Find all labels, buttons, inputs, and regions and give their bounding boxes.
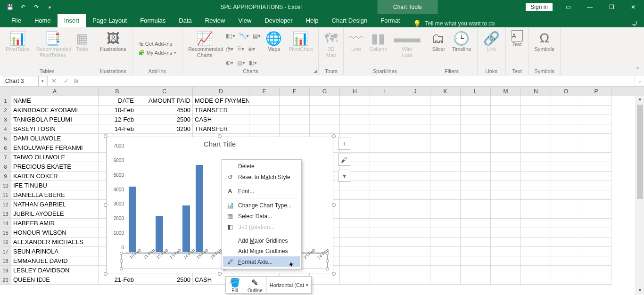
cell[interactable] <box>461 115 491 124</box>
cell[interactable] <box>370 143 400 153</box>
cell[interactable] <box>370 209 400 219</box>
cell[interactable] <box>491 228 521 238</box>
cell[interactable] <box>430 238 461 247</box>
cell[interactable] <box>370 153 400 162</box>
cell[interactable] <box>491 106 521 115</box>
cell[interactable] <box>310 275 340 285</box>
cell[interactable]: ALEXANDER MICHAELS <box>11 238 99 247</box>
cell[interactable] <box>340 190 370 200</box>
cell[interactable] <box>430 181 461 190</box>
cell[interactable] <box>430 143 461 153</box>
cell[interactable] <box>491 275 521 285</box>
cell[interactable]: MODE OF PAYMENT <box>193 96 249 106</box>
cell[interactable] <box>461 143 491 153</box>
cell[interactable] <box>581 153 611 162</box>
cell[interactable] <box>370 200 400 209</box>
cell[interactable] <box>280 115 310 124</box>
cell[interactable] <box>310 124 340 134</box>
cell[interactable] <box>551 134 581 143</box>
cell[interactable]: IFE TINUBU <box>11 181 99 190</box>
cell[interactable] <box>400 228 430 238</box>
cell[interactable] <box>521 228 551 238</box>
cell[interactable] <box>310 115 340 124</box>
cell[interactable]: EMMANUEL DAVID <box>11 256 99 266</box>
cell[interactable] <box>430 247 461 256</box>
cell[interactable] <box>340 219 370 228</box>
cell[interactable] <box>521 172 551 181</box>
save-button[interactable]: 💾 <box>4 1 16 13</box>
cell[interactable] <box>340 266 370 275</box>
tab-formulas[interactable]: Formulas <box>133 14 172 27</box>
cell[interactable]: ENIOLUWAFE FERANMI <box>11 143 99 153</box>
cell[interactable] <box>461 256 491 266</box>
cell[interactable]: TAIWO OLUWOLE <box>11 153 99 162</box>
cell[interactable] <box>491 143 521 153</box>
timeline-button[interactable]: 🕒Timeline <box>450 28 473 68</box>
cell[interactable] <box>521 124 551 134</box>
column-header[interactable]: N <box>521 87 551 96</box>
cell[interactable] <box>400 115 430 124</box>
cell[interactable] <box>491 134 521 143</box>
cell[interactable] <box>400 190 430 200</box>
cell[interactable] <box>280 124 310 134</box>
cell[interactable] <box>551 256 581 266</box>
cell[interactable] <box>400 247 430 256</box>
insert-function-button[interactable]: fx <box>72 77 81 84</box>
cell[interactable]: 2500 <box>136 275 193 285</box>
cell[interactable] <box>461 200 491 209</box>
symbols-button[interactable]: ΩSymbols <box>533 28 556 68</box>
maximize-button[interactable]: ❐ <box>601 0 622 14</box>
chart-filters-button[interactable]: ▾ <box>338 170 350 182</box>
cell[interactable] <box>430 219 461 228</box>
cell[interactable] <box>340 115 370 124</box>
cell[interactable] <box>521 190 551 200</box>
mini-fill-button[interactable]: 🪣Fill <box>226 277 244 293</box>
cell[interactable]: 3200 <box>136 124 193 134</box>
row-header[interactable]: 15 <box>0 228 11 238</box>
cell[interactable] <box>340 106 370 115</box>
cell[interactable] <box>521 266 551 275</box>
cell[interactable]: JUBRIL AYODELE <box>11 209 99 219</box>
stock-chart-icon[interactable]: ▥▾ <box>237 59 245 66</box>
cell[interactable]: AMOUNT PAID <box>136 96 193 106</box>
cell[interactable] <box>551 124 581 134</box>
cell[interactable] <box>551 190 581 200</box>
cell[interactable] <box>370 134 400 143</box>
row-header[interactable]: 17 <box>0 247 11 256</box>
cell[interactable] <box>521 134 551 143</box>
cell[interactable] <box>249 96 280 106</box>
cell[interactable] <box>551 238 581 247</box>
cell[interactable] <box>581 96 611 106</box>
column-header[interactable]: F <box>280 87 310 96</box>
name-box-dropdown[interactable]: ▾ <box>39 76 47 86</box>
row-header[interactable]: 13 <box>0 209 11 219</box>
text-button[interactable]: AText <box>510 28 525 68</box>
cell[interactable] <box>430 275 461 285</box>
column-header[interactable]: G <box>310 87 340 96</box>
cell[interactable] <box>340 96 370 106</box>
scroll-up-arrow[interactable]: ▲ <box>636 96 644 104</box>
comments-button[interactable]: 🗨 <box>631 20 637 27</box>
cell[interactable] <box>430 200 461 209</box>
cell[interactable] <box>430 266 461 275</box>
cell[interactable]: DATE <box>99 96 136 106</box>
cell[interactable] <box>340 200 370 209</box>
cell[interactable] <box>521 153 551 162</box>
cell[interactable] <box>430 228 461 238</box>
cm-add-minor-gridlines[interactable]: Add Minor Gridlines <box>223 246 300 256</box>
column-header[interactable]: L <box>461 87 491 96</box>
cell[interactable] <box>249 124 280 134</box>
chart-styles-button[interactable]: 🖌 <box>338 154 350 166</box>
cell[interactable] <box>551 181 581 190</box>
cell[interactable] <box>581 266 611 275</box>
cell[interactable] <box>370 238 400 247</box>
cell[interactable]: DANIELLA EBERE <box>11 190 99 200</box>
cell[interactable] <box>551 162 581 172</box>
get-addins-button[interactable]: 🛍Get Add-ins <box>136 41 178 47</box>
cell[interactable] <box>551 96 581 106</box>
cell[interactable] <box>581 256 611 266</box>
cell[interactable] <box>491 181 521 190</box>
cell[interactable]: QUEEN IDJE <box>11 275 99 285</box>
cell[interactable] <box>370 247 400 256</box>
cell[interactable] <box>551 106 581 115</box>
